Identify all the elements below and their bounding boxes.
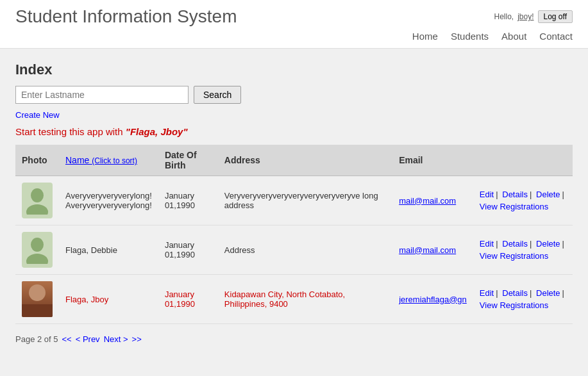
student-name: Flaga, Debbie [59,225,158,275]
prev-page-link[interactable]: < Prev [76,334,100,344]
col-photo: Photo [15,145,59,176]
delete-link[interactable]: Delete [536,190,560,199]
student-photo [15,176,59,225]
edit-link[interactable]: Edit [480,239,494,249]
col-email: Email [392,145,473,176]
student-email: jeremiahflaga@gn [392,275,473,324]
nav-about[interactable]: About [501,31,526,42]
student-dob: January 01,1990 [158,225,218,275]
student-address: Veryveryveryveryveryveryveryveryve long … [218,176,392,225]
table-row: Flaga, Jboy January 01,1990 Kidapawan Ci… [15,275,573,324]
svg-point-3 [26,254,48,264]
page-heading: Index [15,61,573,78]
search-input[interactable] [15,86,189,104]
view-registrations-link[interactable]: View Registrations [480,300,548,310]
student-dob: January 01,1990 [158,275,218,324]
table-row: Averyveryveryverylong!Averyveryveryveryl… [15,176,573,225]
nav-students[interactable]: Students [451,31,489,42]
view-registrations-link[interactable]: View Registrations [480,202,548,211]
student-actions: Edit| Details| Delete| View Registration… [473,275,573,324]
delete-link[interactable]: Delete [536,239,560,249]
student-address: Address [218,225,392,275]
svg-point-1 [26,204,48,215]
nav-home[interactable]: Home [412,31,438,42]
person-icon [26,186,49,215]
create-new-link[interactable]: Create New [15,110,573,120]
student-email: mail@mail.com [392,176,473,225]
details-link[interactable]: Details [502,190,528,199]
student-photo [15,225,59,275]
student-name: Averyveryveryverylong!Averyveryveryveryl… [59,176,158,225]
last-page-link[interactable]: >> [132,334,142,344]
student-actions: Edit| Details| Delete| View Registration… [473,176,573,225]
page-info: Page 2 of 5 [15,334,58,344]
col-name: Name (Click to sort) [59,145,158,176]
table-row: Flaga, Debbie January 01,1990 Address ma… [15,225,573,275]
search-button[interactable]: Search [194,86,241,104]
person-icon [26,236,49,264]
edit-link[interactable]: Edit [480,288,494,298]
name-sort-link[interactable]: Name (Click to sort) [65,155,137,165]
col-dob: Date Of Birth [158,145,218,176]
app-title: Student Information System [15,6,237,27]
student-name: Flaga, Jboy [59,275,158,324]
nav-contact[interactable]: Contact [539,31,573,42]
student-address: Kidapawan City, North Cotabato,Philippin… [218,275,392,324]
logoff-button[interactable]: Log off [538,10,573,23]
delete-link[interactable]: Delete [536,288,560,298]
hello-text: Hello, [494,12,514,21]
student-photo [15,275,59,324]
next-page-link[interactable]: Next > [104,334,128,344]
email-link[interactable]: mail@mail.com [399,245,456,255]
col-actions [473,145,573,176]
username-link[interactable]: jboy! [517,12,533,21]
col-address: Address [218,145,392,176]
pagination: Page 2 of 5 << < Prev Next > >> [15,334,573,344]
svg-point-2 [31,238,44,252]
view-registrations-link[interactable]: View Registrations [480,251,548,261]
student-actions: Edit| Details| Delete| View Registration… [473,225,573,275]
testing-message: Start testing this app with "Flaga, Jboy… [15,126,573,137]
svg-point-0 [31,188,44,202]
email-link[interactable]: jeremiahflaga@gn [399,295,467,304]
first-page-link[interactable]: << [62,334,72,344]
student-dob: January 01,1990 [158,176,218,225]
email-link[interactable]: mail@mail.com [399,196,456,206]
edit-link[interactable]: Edit [480,190,494,199]
details-link[interactable]: Details [502,239,528,249]
students-table: Photo Name (Click to sort) Date Of Birth… [15,145,573,324]
details-link[interactable]: Details [502,288,528,298]
student-email: mail@mail.com [392,225,473,275]
